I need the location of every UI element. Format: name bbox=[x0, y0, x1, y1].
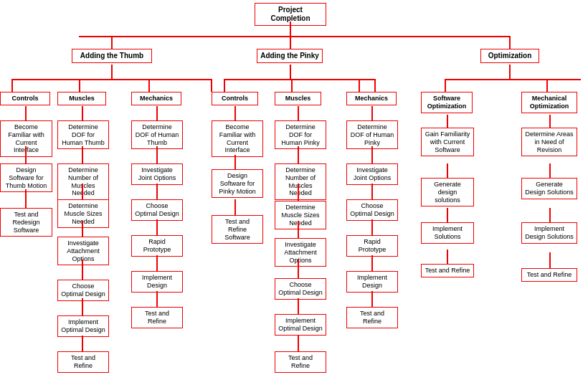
node-optimization: Optimization bbox=[480, 49, 539, 63]
node-thumb-muscles: Muscles bbox=[57, 92, 106, 105]
node-tm3: Determine Muscle Sizes Needed bbox=[57, 199, 109, 228]
node-so1: Gain Familiarity with Current Software bbox=[421, 128, 474, 156]
node-pmech4: Rapid Prototype bbox=[346, 235, 398, 257]
node-pm5: Choose Optimal Design bbox=[275, 278, 326, 300]
node-pinky-controls: Controls bbox=[212, 92, 258, 105]
node-pinky-mechanics: Mechanics bbox=[346, 92, 397, 105]
diagram: Project Completion Adding the Thumb Addi… bbox=[0, 0, 588, 11]
node-tm1: Determine DOF for Human Thumb bbox=[57, 120, 109, 149]
node-adding-thumb: Adding the Thumb bbox=[72, 49, 152, 63]
node-pmech2: Investigate Joint Options bbox=[346, 163, 398, 185]
node-mo1: Determine Areas in Need of Revision bbox=[521, 128, 577, 156]
node-software-opt: Software Optimization bbox=[421, 92, 473, 113]
node-pmech1: Determine DOF of Human Pinky bbox=[346, 120, 398, 149]
node-pm1: Determine DOF for Human Pinky bbox=[275, 120, 326, 149]
node-pm4: Investigate Attachment Options bbox=[275, 238, 326, 267]
node-tmech4: Rapid Prototype bbox=[131, 235, 183, 257]
node-mo3: Implement Design Solutions bbox=[521, 222, 577, 244]
node-tm6: Implement Optimal Design bbox=[57, 315, 109, 337]
node-pm2: Determine Number of Muscles Needed bbox=[275, 163, 326, 200]
node-tc3: Test and Redesign Software bbox=[0, 208, 52, 237]
node-so2: Generate design solutions bbox=[421, 178, 474, 206]
node-pmech6: Test and Refine bbox=[346, 307, 398, 328]
node-pc3: Test and Refine Software bbox=[212, 215, 263, 244]
node-mo4: Test and Refine bbox=[521, 268, 577, 282]
node-pmech3: Choose Optimal Design bbox=[346, 199, 398, 221]
node-tmech3: Choose Optimal Design bbox=[131, 199, 183, 221]
node-pm7: Test and Refine bbox=[275, 351, 326, 373]
node-mo2: Generate Design Solutions bbox=[521, 178, 577, 199]
node-pmech5: Implement Design bbox=[346, 271, 398, 293]
node-pm6: Implement Optimal Design bbox=[275, 314, 326, 336]
node-pm3: Determine Muscle Sizes Needed bbox=[275, 201, 326, 229]
node-so4: Test and Refine bbox=[421, 264, 474, 277]
node-tmech1: Determine DOF of Human Thumb bbox=[131, 120, 183, 149]
node-tmech2: Investigate Joint Options bbox=[131, 163, 183, 185]
node-tm7: Test and Refine bbox=[57, 351, 109, 373]
node-thumb-mechanics: Mechanics bbox=[131, 92, 181, 105]
node-so3: Implement Solutions bbox=[421, 222, 474, 244]
node-tc1: Become Familiar with Current Interface bbox=[0, 120, 52, 157]
node-mechanical-opt: Mechanical Optimization bbox=[521, 92, 577, 113]
node-tm5: Choose Optimal Design bbox=[57, 280, 109, 301]
node-pc2: Design Software for Pinky Motion bbox=[212, 169, 263, 198]
node-tm2: Determine Number of Muscles Needed bbox=[57, 163, 109, 200]
node-pc1: Become Familiar with Current Interface bbox=[212, 120, 263, 157]
node-adding-pinky: Adding the Pinky bbox=[257, 49, 323, 63]
node-thumb-controls: Controls bbox=[0, 92, 50, 105]
node-tc2: Design Software for Thumb Motion bbox=[0, 163, 52, 192]
node-tm4: Investigate Attachment Options bbox=[57, 237, 109, 265]
node-tmech6: Test and Refine bbox=[131, 307, 183, 328]
node-tmech5: Implement Design bbox=[131, 271, 183, 293]
node-pinky-muscles: Muscles bbox=[275, 92, 321, 105]
